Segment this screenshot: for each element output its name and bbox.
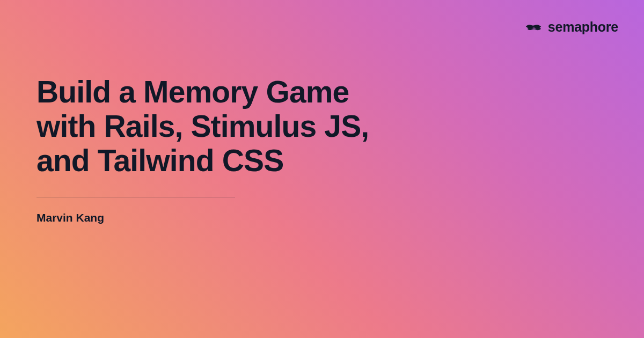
semaphore-icon (524, 21, 543, 34)
social-card: semaphore Build a Memory Game with Rails… (0, 0, 644, 338)
divider (36, 197, 235, 197)
brand-logo: semaphore (524, 19, 618, 35)
brand-name: semaphore (548, 19, 618, 35)
content-block: Build a Memory Game with Rails, Stimulus… (36, 75, 401, 224)
post-author: Marvin Kang (36, 211, 401, 224)
post-title: Build a Memory Game with Rails, Stimulus… (36, 75, 401, 178)
